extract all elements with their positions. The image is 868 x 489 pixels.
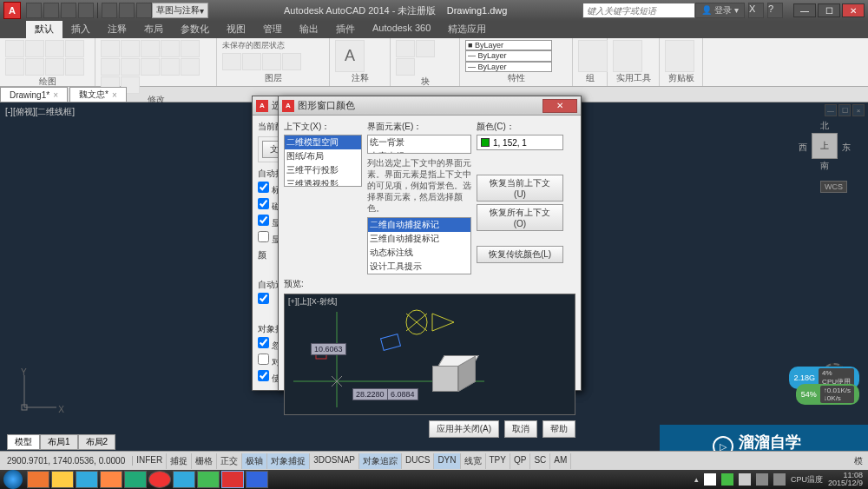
doc-tab-2[interactable]: 魏文忠*× bbox=[69, 87, 127, 102]
stretch-icon[interactable] bbox=[141, 40, 160, 57]
rotate-icon[interactable] bbox=[161, 40, 180, 57]
fillet-icon[interactable] bbox=[141, 58, 160, 76]
color-combo[interactable]: ■ ByLayer bbox=[465, 40, 552, 50]
viewcube-east[interactable]: 东 bbox=[842, 142, 851, 154]
toggle-polar[interactable]: 极轴 bbox=[242, 453, 267, 469]
viewport-label[interactable]: [-][俯视][二维线框] bbox=[5, 106, 75, 118]
toggle-am[interactable]: AM bbox=[550, 453, 571, 469]
element-listbox-2[interactable]: 二维自动捕捉标记 三维自动捕捉标记 动态标注线 设计工具提示 设计工具提示轮廓 … bbox=[367, 217, 471, 274]
tray-network-icon[interactable] bbox=[756, 473, 768, 486]
restore-all-button[interactable]: 恢复所有上下文(O) bbox=[477, 204, 563, 231]
login-button[interactable]: 👤 登录 ▾ bbox=[695, 3, 745, 18]
layout-tab-1[interactable]: 布局1 bbox=[40, 434, 78, 450]
scale-icon[interactable] bbox=[101, 58, 120, 76]
tab-addins[interactable]: 插件 bbox=[327, 21, 364, 38]
tab-insert[interactable]: 插入 bbox=[62, 21, 99, 38]
polyline-icon[interactable] bbox=[25, 40, 44, 57]
task-word-icon[interactable] bbox=[173, 471, 195, 488]
close-icon[interactable]: × bbox=[112, 90, 117, 100]
help-search-input[interactable] bbox=[582, 3, 695, 18]
task-explorer-icon[interactable] bbox=[51, 471, 74, 488]
task-autocad-icon[interactable] bbox=[221, 471, 244, 488]
exchange-icon[interactable]: X bbox=[748, 3, 764, 18]
minimize-button[interactable]: — bbox=[793, 3, 816, 17]
maximize-button[interactable]: ☐ bbox=[818, 3, 840, 17]
tab-layout[interactable]: 布局 bbox=[135, 21, 172, 38]
tray-action-icon[interactable] bbox=[704, 473, 716, 486]
qat-open-icon[interactable] bbox=[43, 3, 59, 18]
viewcube-north[interactable]: 北 bbox=[820, 120, 829, 132]
move-icon[interactable] bbox=[101, 40, 120, 57]
start-button[interactable] bbox=[3, 470, 23, 489]
color-dropdown[interactable]: 1, 152, 1 bbox=[477, 135, 563, 150]
qat-undo-icon[interactable] bbox=[119, 3, 135, 18]
cancel-button[interactable]: 取消 bbox=[504, 420, 537, 438]
toggle-grid[interactable]: 栅格 bbox=[192, 453, 217, 469]
insert-block-icon[interactable] bbox=[396, 40, 415, 57]
toggle-3dosnap[interactable]: 3DOSNAP bbox=[310, 453, 359, 469]
workspace-combo[interactable]: 草图与注释 ▾ bbox=[152, 3, 208, 18]
toggle-sc[interactable]: SC bbox=[530, 453, 550, 469]
qat-new-icon[interactable] bbox=[26, 3, 42, 18]
restore-classic-button[interactable]: 恢复传统颜色(L) bbox=[477, 246, 563, 263]
layer-prop-icon[interactable] bbox=[222, 53, 241, 70]
viewcube[interactable]: 北 南 东 西 上 bbox=[799, 120, 851, 172]
viewcube-south[interactable]: 南 bbox=[820, 160, 829, 172]
qat-redo-icon[interactable] bbox=[136, 3, 152, 18]
layer-off-icon[interactable] bbox=[242, 53, 261, 70]
tab-featured[interactable]: 精选应用 bbox=[439, 21, 495, 38]
trim-icon[interactable] bbox=[121, 58, 140, 76]
restore-current-button[interactable]: 恢复当前上下文(U) bbox=[477, 175, 563, 202]
hatch-icon[interactable] bbox=[45, 58, 64, 76]
help-icon[interactable]: ? bbox=[767, 3, 783, 18]
wcs-label[interactable]: WCS bbox=[820, 181, 847, 193]
close-button[interactable]: ✕ bbox=[842, 3, 865, 17]
layer-lock-icon[interactable] bbox=[282, 53, 301, 70]
viewcube-top-face[interactable]: 上 bbox=[812, 133, 838, 159]
qat-plot-icon[interactable] bbox=[102, 3, 117, 18]
arc-icon[interactable] bbox=[65, 40, 84, 57]
vp-minimize-icon[interactable]: — bbox=[825, 104, 837, 116]
paste-icon[interactable] bbox=[665, 40, 694, 72]
task-wmp-icon[interactable] bbox=[100, 471, 122, 488]
perf-memory-widget[interactable]: 54% ↑0.01K/s↓0K/s bbox=[796, 384, 859, 405]
task-chrome-icon[interactable] bbox=[124, 471, 147, 488]
coordinate-readout[interactable]: 2900.9701, 1740.0536, 0.0000 bbox=[0, 456, 133, 466]
tab-output[interactable]: 输出 bbox=[291, 21, 327, 38]
circle-icon[interactable] bbox=[45, 40, 64, 57]
app-icon[interactable]: A bbox=[3, 2, 21, 19]
spline-icon[interactable] bbox=[65, 58, 84, 76]
toggle-infer[interactable]: INFER bbox=[133, 453, 167, 469]
layout-tab-2[interactable]: 布局2 bbox=[78, 434, 116, 450]
task-ie-icon[interactable] bbox=[76, 471, 98, 488]
rect-icon[interactable] bbox=[5, 58, 24, 76]
tab-parametric[interactable]: 参数化 bbox=[172, 21, 218, 38]
context-listbox[interactable]: 二维模型空间 图纸/布局 三维平行投影 三维透视投影 块编辑器 命令行 打印预览 bbox=[284, 135, 362, 187]
line-icon[interactable] bbox=[5, 40, 24, 57]
close-icon[interactable]: × bbox=[53, 90, 58, 100]
tab-view[interactable]: 视图 bbox=[218, 21, 254, 38]
apply-close-button[interactable]: 应用并关闭(A) bbox=[429, 420, 499, 438]
layer-freeze-icon[interactable] bbox=[262, 53, 281, 70]
vp-restore-icon[interactable]: ☐ bbox=[838, 104, 851, 116]
tray-volume-icon[interactable] bbox=[773, 473, 786, 486]
toggle-osnap[interactable]: 对象捕捉 bbox=[267, 453, 310, 469]
text-icon[interactable]: A bbox=[335, 40, 365, 72]
task-app-1-icon[interactable] bbox=[27, 471, 49, 488]
array-icon[interactable] bbox=[161, 58, 180, 76]
layout-tab-model[interactable]: 模型 bbox=[7, 434, 40, 450]
tab-default[interactable]: 默认 bbox=[26, 21, 62, 38]
toggle-otrack[interactable]: 对象追踪 bbox=[359, 453, 402, 469]
tab-autodesk360[interactable]: Autodesk 360 bbox=[364, 21, 439, 38]
tray-shield-icon[interactable] bbox=[721, 473, 733, 486]
copy-icon[interactable] bbox=[121, 40, 140, 57]
toggle-tpy[interactable]: TPY bbox=[486, 453, 510, 469]
task-opera-icon[interactable] bbox=[148, 471, 171, 488]
toggle-snap[interactable]: 捕捉 bbox=[167, 453, 192, 469]
mirror-icon[interactable] bbox=[181, 40, 200, 57]
element-listbox[interactable]: 统一背景 十字光标 bbox=[367, 135, 471, 154]
qat-save-icon[interactable] bbox=[61, 3, 76, 18]
measure-icon[interactable] bbox=[613, 40, 642, 72]
toggle-ducs[interactable]: DUCS bbox=[402, 453, 434, 469]
ellipse-icon[interactable] bbox=[25, 58, 44, 76]
